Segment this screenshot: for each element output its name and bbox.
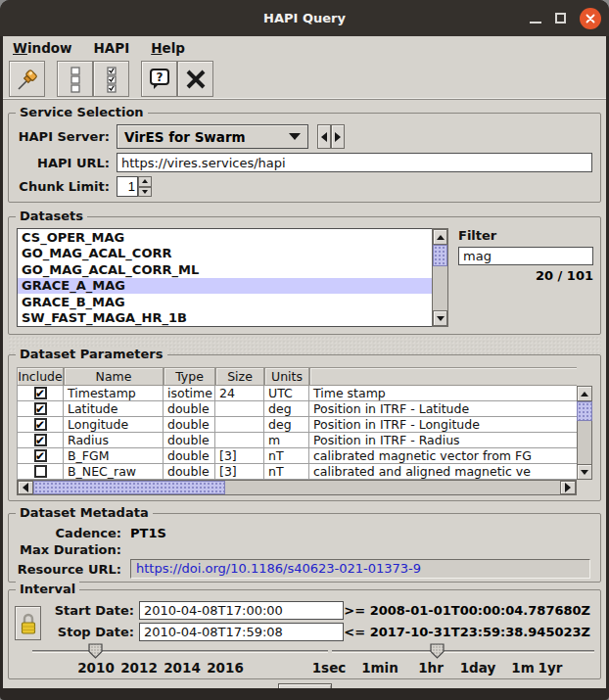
dataset-list-item[interactable]: GO_MAG_ACAL_CORR bbox=[18, 246, 432, 262]
units-cell: deg bbox=[264, 401, 309, 416]
pin-icon bbox=[15, 67, 40, 92]
slider-thumb-icon[interactable] bbox=[430, 643, 445, 659]
description-cell: Position in ITRF - Radius bbox=[309, 433, 577, 447]
group-title: Dataset Parameters bbox=[16, 347, 167, 361]
scrollbar-thumb[interactable] bbox=[577, 401, 592, 421]
interval-group: Interval Start Date: >= 2008-01-01T00:00… bbox=[8, 589, 601, 679]
dataset-list-scrollbar[interactable] bbox=[432, 228, 448, 327]
window-controls bbox=[530, 0, 601, 36]
table-row: B_NEC_raw double [3] nT calibrated and a… bbox=[17, 464, 577, 480]
dataset-list-item[interactable]: GRACE_A_MAG bbox=[18, 278, 432, 295]
help-button[interactable]: ? bbox=[141, 61, 177, 97]
interval-lock-button[interactable] bbox=[15, 606, 41, 640]
hapi-url-input[interactable] bbox=[117, 153, 592, 172]
tick-label: 1day bbox=[460, 660, 496, 676]
close-icon[interactable] bbox=[580, 8, 601, 29]
dataset-list[interactable]: CS_OPER_MAG GO_MAG_ACAL_CORR GO_MAG_ACAL… bbox=[17, 228, 432, 327]
include-cell bbox=[17, 386, 64, 400]
table-row: B_FGM double [3] nT calibrated magnetic … bbox=[17, 448, 577, 464]
tick-label: 2010 bbox=[77, 660, 115, 676]
titlebar[interactable]: HAPI Query bbox=[0, 0, 609, 36]
hapi-url-row: HAPI URL: bbox=[17, 153, 592, 172]
scroll-left-button[interactable] bbox=[18, 481, 33, 494]
include-checkbox[interactable] bbox=[34, 402, 47, 415]
close-window-button[interactable] bbox=[177, 61, 213, 97]
filter-input[interactable] bbox=[458, 247, 593, 265]
scrollbar-track[interactable] bbox=[433, 266, 447, 310]
fields-checked-icon bbox=[102, 66, 121, 93]
dataset-list-item[interactable]: SW_FAST_MAGA_HR_1B bbox=[18, 310, 432, 327]
pin-window-button[interactable] bbox=[9, 61, 45, 97]
hapi-server-value: VirES for Swarm bbox=[124, 129, 246, 145]
next-server-button[interactable] bbox=[331, 124, 345, 149]
menu-help[interactable]: Help bbox=[151, 40, 185, 56]
table-vertical-scrollbar[interactable] bbox=[577, 367, 592, 495]
slider-track[interactable] bbox=[332, 650, 594, 653]
arrow-right-icon bbox=[335, 132, 341, 142]
slider-thumb-icon[interactable] bbox=[88, 643, 103, 659]
window-title: HAPI Query bbox=[263, 11, 346, 25]
menu-hapi[interactable]: HAPI bbox=[94, 40, 130, 56]
include-checkbox[interactable] bbox=[34, 434, 47, 446]
dataset-list-item[interactable]: CS_OPER_MAG bbox=[18, 229, 432, 246]
select-all-fields-button[interactable] bbox=[93, 61, 129, 97]
dataset-list-item[interactable]: GRACE_B_MAG bbox=[18, 294, 432, 310]
tick-label: 1min bbox=[361, 660, 398, 676]
scroll-right-button[interactable] bbox=[560, 481, 576, 494]
scale-slider[interactable] bbox=[332, 645, 594, 661]
slider-track[interactable] bbox=[32, 650, 328, 653]
size-cell bbox=[215, 401, 264, 416]
scrollbar-thumb[interactable] bbox=[433, 245, 447, 266]
stop-date-input[interactable] bbox=[139, 623, 344, 641]
chunk-limit-label: Chunk Limit: bbox=[17, 179, 110, 194]
chunk-limit-spinner[interactable] bbox=[117, 176, 152, 197]
column-header-name[interactable]: Name bbox=[64, 367, 164, 386]
prev-server-button[interactable] bbox=[317, 124, 331, 149]
date-slider[interactable] bbox=[32, 645, 328, 661]
dataset-list-item[interactable]: GO_MAG_ACAL_CORR_ML bbox=[18, 261, 432, 278]
scrollbar-thumb[interactable] bbox=[33, 481, 225, 494]
column-header-include[interactable]: Include bbox=[17, 367, 64, 386]
scroll-down-button[interactable] bbox=[433, 310, 447, 326]
filter-label: Filter bbox=[458, 228, 593, 243]
include-cell bbox=[17, 448, 64, 463]
spinner-up-button[interactable] bbox=[138, 176, 152, 187]
column-header-type[interactable]: Type bbox=[164, 367, 215, 386]
unselect-all-fields-button[interactable] bbox=[57, 61, 93, 97]
resource-url-link[interactable]: https://doi.org/10.1186/s40623-021-01373… bbox=[130, 559, 590, 579]
scroll-up-button[interactable] bbox=[577, 386, 592, 401]
table-horizontal-scrollbar[interactable] bbox=[17, 480, 577, 495]
table-header: Include Name Type Size Units bbox=[17, 367, 577, 386]
maximize-icon[interactable] bbox=[555, 13, 566, 23]
menu-window[interactable]: Window bbox=[13, 40, 72, 56]
chevron-down-icon bbox=[289, 133, 301, 140]
scroll-down-button[interactable] bbox=[577, 464, 592, 480]
column-header-description[interactable] bbox=[309, 367, 577, 386]
include-checkbox[interactable] bbox=[34, 465, 47, 478]
units-cell: deg bbox=[264, 417, 309, 432]
arrow-down-icon bbox=[142, 190, 148, 194]
scroll-up-button[interactable] bbox=[433, 229, 447, 245]
hapi-url-label: HAPI URL: bbox=[17, 156, 110, 170]
type-cell: double bbox=[164, 448, 215, 463]
max-duration-label: Max Duration: bbox=[17, 542, 121, 557]
arrow-up-icon bbox=[437, 235, 445, 240]
cadence-row: Cadence: PT1S bbox=[17, 526, 590, 540]
include-checkbox[interactable] bbox=[34, 387, 47, 399]
group-title: Service Selection bbox=[16, 105, 148, 119]
minimize-icon[interactable] bbox=[530, 22, 541, 23]
hapi-server-combobox[interactable]: VirES for Swarm bbox=[117, 124, 308, 149]
chunk-limit-input[interactable] bbox=[117, 176, 138, 197]
scrollbar-track[interactable] bbox=[577, 421, 592, 464]
column-header-units[interactable]: Units bbox=[264, 367, 309, 386]
column-header-size[interactable]: Size bbox=[215, 367, 264, 386]
name-cell: Latitude bbox=[64, 401, 164, 416]
spinner-down-button[interactable] bbox=[138, 187, 152, 198]
include-checkbox[interactable] bbox=[34, 418, 47, 431]
units-cell: nT bbox=[264, 464, 309, 479]
dataset-metadata-group: Dataset Metadata Cadence: PT1S Max Durat… bbox=[8, 513, 601, 583]
ok-button[interactable]: OK bbox=[278, 683, 332, 688]
scrollbar-track[interactable] bbox=[225, 481, 560, 494]
start-date-input[interactable] bbox=[139, 601, 344, 620]
include-checkbox[interactable] bbox=[34, 449, 47, 462]
